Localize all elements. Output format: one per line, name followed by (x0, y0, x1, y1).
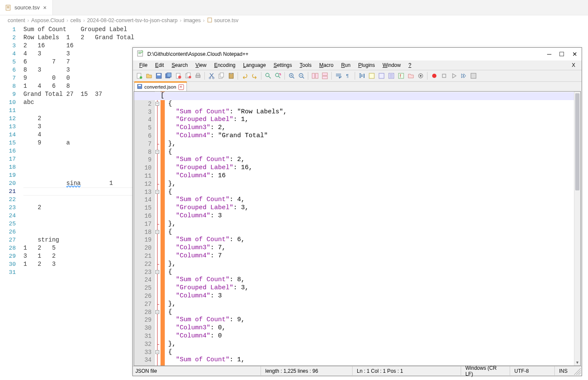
menu-view[interactable]: View (192, 61, 210, 69)
svg-rect-11 (167, 73, 171, 77)
sync-h-icon[interactable] (320, 72, 329, 81)
svg-point-25 (266, 73, 269, 77)
doc-map-icon[interactable] (377, 72, 386, 81)
vscode-gutter: 1234567891011121314151617181920212223242… (0, 26, 23, 276)
save-macro-icon[interactable] (469, 72, 478, 81)
replace-icon[interactable] (273, 72, 282, 81)
menu-language[interactable]: Language (239, 61, 270, 69)
breadcrumb-item[interactable]: images (184, 17, 201, 23)
fold-toggle[interactable] (155, 230, 159, 234)
menu-file[interactable]: File (135, 61, 151, 69)
save-icon[interactable] (154, 72, 163, 81)
zoom-in-icon[interactable] (287, 72, 296, 81)
fold-toggle[interactable] (155, 190, 159, 194)
indent-guide-icon[interactable] (357, 72, 366, 81)
save-state-icon (137, 84, 142, 90)
svg-point-27 (275, 73, 279, 77)
breadcrumb-item[interactable]: source.tsv (207, 17, 238, 23)
redo-icon[interactable] (250, 72, 259, 81)
fold-toggle[interactable] (155, 270, 159, 274)
status-encoding[interactable]: UTF-8 (510, 366, 554, 375)
menu-plugins[interactable]: Plugins (354, 61, 379, 69)
svg-point-46 (432, 74, 436, 78)
npp-editor-area[interactable]: 1234567891011121314151617181920212223242… (134, 91, 581, 366)
svg-rect-36 (322, 76, 327, 79)
npp-content[interactable]: [ { "Sum of Count": "Row Labels", "Group… (161, 92, 574, 366)
fold-toggle[interactable] (155, 150, 159, 154)
maximize-button[interactable]: ☐ (559, 51, 565, 58)
file-icon (5, 5, 12, 11)
fold-toggle[interactable] (155, 102, 159, 106)
breadcrumb[interactable]: content›Aspose.Cloud›cells›2024-08-02-co… (0, 15, 588, 26)
open-icon[interactable] (144, 72, 153, 81)
find-icon[interactable] (264, 72, 272, 81)
menu-settings[interactable]: Settings (270, 61, 295, 69)
svg-text:¶: ¶ (346, 73, 349, 78)
new-icon[interactable] (135, 72, 143, 81)
npp-tab[interactable]: converted.json ✕ (134, 82, 187, 91)
status-length: length : 1,225 lines : 96 (261, 366, 352, 375)
scroll-down-icon[interactable]: ▼ (574, 359, 580, 366)
folder-icon[interactable] (406, 72, 415, 81)
wordwrap-icon[interactable] (334, 72, 343, 81)
lang-icon[interactable] (367, 72, 376, 81)
breadcrumb-item[interactable]: Aspose.Cloud (31, 17, 64, 23)
svg-line-28 (278, 76, 280, 78)
undo-icon[interactable] (240, 72, 249, 81)
save-all-icon[interactable] (164, 72, 173, 81)
play-icon[interactable] (449, 72, 458, 81)
zoom-out-icon[interactable] (297, 72, 306, 81)
svg-rect-24 (230, 73, 232, 74)
svg-rect-35 (322, 73, 327, 75)
window-titlebar[interactable]: D:\Github\content\Aspose.Cloud\ Notepad+… (133, 48, 582, 60)
doc-list-icon[interactable] (387, 72, 396, 81)
svg-line-32 (302, 77, 304, 78)
close-doc-icon[interactable] (174, 72, 183, 81)
menu-window[interactable]: Window (379, 61, 405, 69)
breadcrumb-item[interactable]: cells (70, 17, 81, 23)
minimize-button[interactable]: ─ (547, 51, 551, 58)
record-icon[interactable] (430, 72, 439, 81)
vscode-content[interactable]: Sum of Count Grouped LabelRow Labels 1 2… (23, 26, 134, 276)
tab-close-icon[interactable]: ✕ (178, 84, 184, 90)
menu-overflow[interactable]: X (568, 61, 579, 69)
svg-rect-18 (197, 73, 199, 75)
resize-grip[interactable] (574, 368, 581, 375)
cut-icon[interactable] (207, 72, 216, 81)
menu-macro[interactable]: Macro (316, 61, 337, 69)
fold-toggle[interactable] (155, 310, 159, 314)
svg-point-16 (189, 76, 191, 78)
menu-encoding[interactable]: Encoding (210, 61, 239, 69)
play-multi-icon[interactable] (459, 72, 468, 81)
monitor-icon[interactable] (416, 72, 425, 81)
svg-rect-34 (316, 73, 318, 78)
breadcrumb-item[interactable]: 2024-08-02-convert-tsv-to-json-csharp (87, 17, 178, 23)
copy-icon[interactable] (217, 72, 226, 81)
vscode-tab[interactable]: source.tsv × (0, 0, 53, 15)
print-icon[interactable] (193, 72, 202, 81)
func-list-icon[interactable]: f (396, 72, 405, 81)
status-eol[interactable]: Windows (CR LF) (461, 366, 510, 375)
stop-icon[interactable] (439, 72, 448, 81)
sync-v-icon[interactable] (310, 72, 319, 81)
breadcrumb-item[interactable]: content (8, 17, 25, 23)
close-button[interactable]: ✕ (572, 51, 577, 58)
scrollbar-v[interactable]: ▲ ▼ (574, 92, 580, 366)
paste-icon[interactable] (227, 72, 235, 81)
svg-line-30 (293, 77, 294, 78)
svg-rect-42 (399, 73, 404, 78)
svg-rect-40 (379, 73, 384, 78)
menu-tools[interactable]: Tools (296, 61, 316, 69)
svg-rect-17 (196, 75, 200, 78)
status-filetype: JSON file (133, 366, 261, 375)
fold-toggle[interactable] (155, 350, 159, 354)
menu-search[interactable]: Search (168, 61, 192, 69)
close-all-icon[interactable] (184, 72, 192, 81)
svg-rect-48 (471, 73, 476, 78)
all-chars-icon[interactable]: ¶ (344, 72, 353, 81)
menu-?[interactable]: ? (404, 61, 415, 69)
menu-edit[interactable]: Edit (151, 61, 168, 69)
scrollbar-thumb[interactable] (575, 93, 579, 190)
menu-run[interactable]: Run (337, 61, 354, 69)
close-icon[interactable]: × (42, 4, 47, 11)
